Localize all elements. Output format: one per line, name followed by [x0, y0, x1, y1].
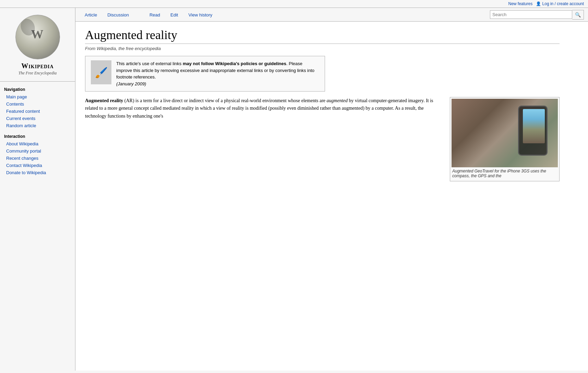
new-features-link[interactable]: New features — [508, 1, 533, 6]
sidebar-item-random-article[interactable]: Random article — [0, 122, 75, 129]
logo-wikipedia-text: Wikipedia — [21, 62, 53, 70]
notice-bold: may not follow Wikipedia's policies or g… — [183, 61, 286, 66]
sidebar-item-current-events[interactable]: Current events — [0, 115, 75, 122]
article-image-box: Augmented GeoTravel for the iPhone 3GS u… — [450, 97, 560, 181]
tab-article[interactable]: Article — [80, 9, 102, 20]
sidebar-item-featured-content[interactable]: Featured content — [0, 108, 75, 115]
tab-read[interactable]: Read — [144, 9, 165, 20]
article-main: Augmented reality (AR) is a term for a l… — [85, 97, 560, 181]
user-icon: 👤 — [536, 1, 541, 6]
navigation-header: Navigation — [0, 84, 75, 93]
tab-group-right: Read Edit View history — [144, 9, 217, 20]
article-text: Augmented reality (AR) is a term for a l… — [85, 97, 444, 181]
tab-edit[interactable]: Edit — [165, 9, 183, 20]
sidebar-item-community-portal[interactable]: Community portal — [0, 147, 75, 155]
search-input[interactable] — [490, 10, 572, 19]
tab-discussion[interactable]: Discussion — [102, 9, 134, 20]
tab-group-left: Article Discussion — [80, 9, 134, 20]
sidebar: Wikipedia The Free Encyclopedia Navigati… — [0, 8, 75, 371]
tabs-bar: Article Discussion Read Edit View histor… — [75, 8, 588, 22]
notice-intro: This article's use of external links — [116, 61, 183, 66]
sidebar-item-main-page[interactable]: Main page — [0, 93, 75, 100]
ar-image — [452, 99, 558, 167]
login-link[interactable]: Log in / create account — [542, 1, 584, 6]
sidebar-item-donate[interactable]: Donate to Wikipedia — [0, 169, 75, 176]
logo-subtitle: The Free Encyclopedia — [3, 71, 72, 76]
logo-globe — [15, 15, 60, 59]
sidebar-item-recent-changes[interactable]: Recent changes — [0, 155, 75, 162]
notice-icon: 🖌️ — [91, 60, 111, 84]
interaction-header: Interaction — [0, 131, 75, 140]
logo-title: Wikipedia — [3, 62, 72, 70]
article-intro-paragraph: Augmented reality (AR) is a term for a l… — [85, 97, 444, 120]
search-area: 🔍 — [490, 10, 584, 20]
sidebar-item-contact[interactable]: Contact Wikipedia — [0, 162, 75, 169]
article-bold-term: Augmented reality — [85, 98, 123, 103]
image-caption: Augmented GeoTravel for the iPhone 3GS u… — [452, 167, 558, 180]
logo-area: Wikipedia The Free Encyclopedia — [0, 11, 75, 82]
notice-text: This article's use of external links may… — [116, 60, 319, 87]
top-bar: New features 👤 Log in / create account — [0, 0, 588, 8]
sidebar-item-about[interactable]: About Wikipedia — [0, 140, 75, 147]
article-title: Augmented reality — [85, 28, 560, 44]
main-content: Article Discussion Read Edit View histor… — [75, 8, 588, 371]
sidebar-item-contents[interactable]: Contents — [0, 100, 75, 108]
notice-box: 🖌️ This article's use of external links … — [85, 56, 325, 92]
notice-date: (January 2009) — [116, 81, 146, 86]
article-body: Augmented reality From Wikipedia, the fr… — [75, 22, 569, 188]
search-button[interactable]: 🔍 — [572, 10, 584, 20]
article-subtitle: From Wikipedia, the free encyclopedia — [85, 46, 560, 51]
tab-view-history[interactable]: View history — [183, 9, 217, 20]
